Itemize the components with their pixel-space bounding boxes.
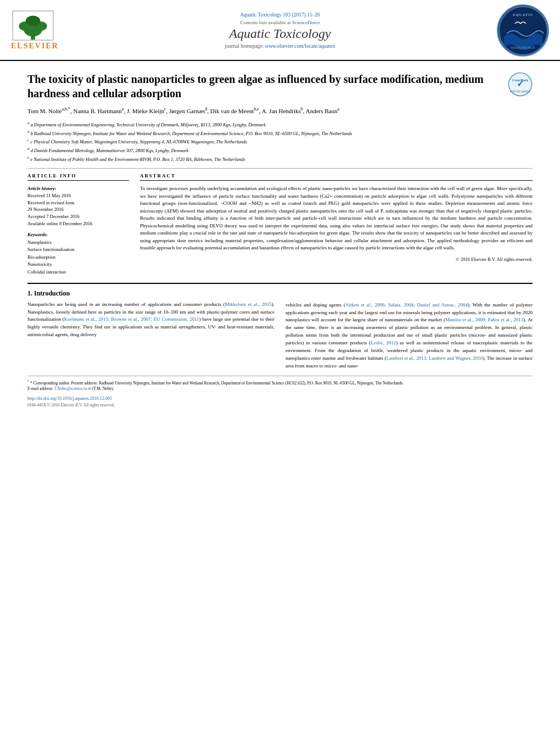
- cite-koelmans[interactable]: Koelmans et al., 2015; Browne et al., 20…: [64, 316, 199, 322]
- issn-line: 0166-445X/© 2016 Elsevier B.V. All right…: [27, 403, 533, 409]
- kw-bio: Bio-adsorption: [27, 254, 129, 261]
- affil-d: d d Danish Fundamental Metrology, Matema…: [27, 146, 533, 154]
- abstract-label: ABSTRACT: [140, 173, 533, 181]
- article-info-col: ARTICLE INFO Article history: Received 3…: [27, 173, 129, 276]
- homepage-url[interactable]: www.elsevier.com/locate/aquatox: [265, 43, 335, 49]
- main-content: The toxicity of plastic nanoparticles to…: [0, 61, 560, 414]
- svg-text:AQUATIC: AQUATIC: [512, 13, 533, 16]
- cite-aitken[interactable]: Aitken et al., 2006; Salata, 2004; Danie…: [345, 302, 468, 308]
- kw-colloidal: Colloidal interaction: [27, 269, 129, 276]
- page: ELSEVIER Aquatic Toxicology 183 (2017) 1…: [0, 0, 560, 742]
- elsevier-logo: ELSEVIER: [11, 10, 77, 51]
- cite-mikkelsen[interactable]: Mikkelsen et al., 2015: [225, 302, 272, 307]
- affiliations: a a Department of Environmental Engineer…: [27, 120, 533, 163]
- intro-text-left: Nanoparticles are being used in an incre…: [27, 301, 275, 339]
- elsevier-logo-section: ELSEVIER: [11, 10, 77, 51]
- elsevier-tree-icon: [11, 10, 55, 41]
- article-info-abstract: ARTICLE INFO Article history: Received 3…: [27, 173, 533, 276]
- aquatic-toxicology-badge: AQUATIC TOXICOLOGY: [497, 4, 549, 57]
- cite-manitiu[interactable]: Manitiu et al., 2009; Fabra et al., 2013: [445, 317, 523, 322]
- intro-heading: 1. Introduction: [27, 289, 275, 298]
- article-title: The toxicity of plastic nanoparticles to…: [27, 72, 500, 101]
- article-info-label: ARTICLE INFO: [27, 173, 129, 181]
- elsevier-wordmark: ELSEVIER: [11, 42, 59, 51]
- intro-col-right: vehicles and doping agents (Aitken et al…: [285, 289, 533, 370]
- journal-info-center: Aquatic Toxicology 183 (2017) 11–20 Cont…: [77, 12, 483, 49]
- footnote-section: * * Corresponding author. Present addres…: [27, 376, 533, 408]
- badge-svg: AQUATIC TOXICOLOGY: [499, 6, 548, 55]
- svg-text:TOXICOLOGY: TOXICOLOGY: [511, 46, 535, 49]
- received-date: Received 31 May 2016: [27, 192, 129, 199]
- intro-col-left: 1. Introduction Nanoparticles are being …: [27, 289, 275, 370]
- abstract-col: ABSTRACT To investigate processes possib…: [140, 173, 533, 276]
- revised-date: 29 November 2016: [27, 206, 129, 213]
- svg-point-4: [26, 15, 41, 26]
- body-section: 1. Introduction Nanoparticles are being …: [27, 283, 533, 370]
- copyright-line: © 2016 Elsevier B.V. All rights reserved…: [140, 256, 533, 262]
- kw-nanoplastics: Nanoplastics: [27, 239, 129, 247]
- email-label: E-mail address:: [27, 386, 53, 391]
- history-label: Article history:: [27, 185, 129, 192]
- article-info-content: Article history: Received 31 May 2016 Re…: [27, 185, 129, 227]
- sciencedirect-link[interactable]: ScienceDirect: [292, 20, 320, 25]
- available-date: Available online 8 December 2016: [27, 220, 129, 227]
- affil-e: e e National Institute of Public Health …: [27, 155, 533, 163]
- svg-text:click for updates: click for updates: [510, 90, 530, 93]
- keywords-label: Keywords:: [27, 232, 129, 237]
- intro-text-right: vehicles and doping agents (Aitken et al…: [285, 302, 533, 370]
- journal-homepage: journal homepage: www.elsevier.com/locat…: [77, 43, 483, 49]
- footnote-star-text: * * Corresponding author. Present addres…: [27, 379, 533, 386]
- kw-surface: Surface functionalization: [27, 246, 129, 254]
- email-link[interactable]: T.Nolte@science.ru.nl: [54, 386, 91, 391]
- contents-label: Contents lists available at: [240, 20, 291, 25]
- crossmark-icon[interactable]: CrossMark ✓ click for updates: [508, 72, 533, 97]
- affil-a: a a Department of Environmental Engineer…: [27, 120, 533, 129]
- journal-title: Aquatic Toxicology: [77, 26, 483, 41]
- title-section: The toxicity of plastic nanoparticles to…: [27, 72, 533, 101]
- homepage-label: journal homepage:: [225, 43, 264, 49]
- abstract-text: To investigate processes possibly underl…: [140, 185, 533, 252]
- cite-leslie[interactable]: Leslie, 2012: [371, 340, 396, 345]
- doi-url[interactable]: http://dx.doi.org/10.1016/j.aquatox.2016…: [27, 395, 533, 401]
- svg-text:✓: ✓: [517, 79, 524, 88]
- keywords-section: Keywords: Nanoplastics Surface functiona…: [27, 232, 129, 276]
- kw-nano: Nanotoxicity: [27, 261, 129, 269]
- intro-two-col: 1. Introduction Nanoparticles are being …: [27, 289, 533, 370]
- authors-line: Tom M. Noltea,b,*, Nanna B. Hartmanna, J…: [27, 106, 533, 116]
- article-history: Article history: Received 31 May 2016 Re…: [27, 185, 129, 227]
- journal-badge-section: AQUATIC TOXICOLOGY: [483, 4, 549, 57]
- email-note: (T.M. Nolte).: [92, 386, 114, 391]
- affil-c: c c Physical Chemistry Soft Matter, Wage…: [27, 137, 533, 146]
- footnote-email-line: E-mail address: T.Nolte@science.ru.nl (T…: [27, 386, 533, 392]
- accepted-date: Accepted 7 December 2016: [27, 213, 129, 220]
- cite-lambert[interactable]: Lambert et al., 2013; Lambert and Wagner…: [386, 355, 483, 361]
- journal-header: ELSEVIER Aquatic Toxicology 183 (2017) 1…: [0, 0, 560, 61]
- header-divider: [27, 168, 533, 169]
- journal-doi: Aquatic Toxicology 183 (2017) 11–20: [77, 12, 483, 18]
- revised-label: Received in revised form: [27, 199, 129, 207]
- affil-b: b b Radboud University Nijmegen, Institu…: [27, 129, 533, 137]
